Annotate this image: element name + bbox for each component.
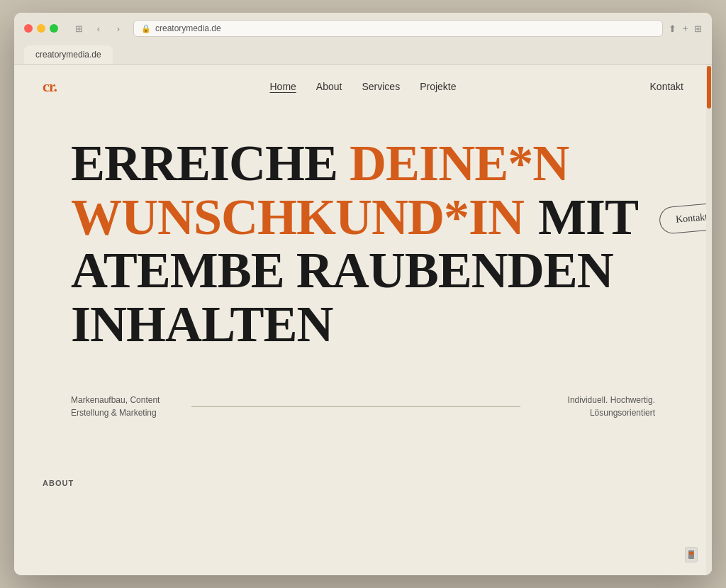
info-left-line2: Erstellung & Marketing bbox=[71, 406, 170, 419]
browser-tab[interactable]: creatorymedia.de bbox=[24, 45, 113, 64]
nav-kontakt[interactable]: Kontakt bbox=[650, 81, 683, 92]
share-icon[interactable]: ⬆ bbox=[669, 23, 676, 34]
hero-line-1: ERREICHE DEINE*N bbox=[71, 137, 655, 191]
scroll-indicator-inner bbox=[688, 550, 694, 559]
nav-link-services[interactable]: Services bbox=[362, 81, 400, 92]
scroll-indicator bbox=[685, 547, 698, 562]
info-right-line2: Lösungsorientiert bbox=[542, 406, 655, 419]
hero-line1-dark: ERREICHE bbox=[71, 135, 350, 192]
info-right: Individuell. Hochwertig. Lösungsorientie… bbox=[542, 394, 655, 419]
info-left-line1: Markenaufbau, Content bbox=[71, 394, 170, 406]
hero-line1-orange: DEINE*N bbox=[350, 135, 569, 192]
traffic-light-yellow[interactable] bbox=[37, 24, 45, 33]
nav-links: Home About Services Projekte bbox=[270, 81, 457, 92]
hero-line-3: ATEMBE RAUBENDEN INHALTEN bbox=[71, 244, 655, 351]
nav-link-projekte[interactable]: Projekte bbox=[420, 81, 456, 92]
hero-line-2: WUNSCHKUND*IN MIT Kontaktiere uns bbox=[71, 191, 655, 245]
new-tab-icon[interactable]: ＋ bbox=[681, 22, 690, 35]
nav-right: Kontakt bbox=[650, 80, 683, 93]
hero-section: ERREICHE DEINE*N WUNSCHKUND*IN MIT Konta… bbox=[14, 109, 712, 372]
grid-icon[interactable]: ⊞ bbox=[694, 23, 702, 34]
info-left: Markenaufbau, Content Erstellung & Marke… bbox=[71, 394, 170, 419]
site-logo[interactable]: cr. bbox=[43, 77, 57, 96]
kontaktiere-uns-button[interactable]: Kontaktiere uns bbox=[659, 200, 712, 235]
browser-forward[interactable]: › bbox=[111, 21, 126, 36]
hero-line2-orange: WUNSCHKUND*IN bbox=[71, 191, 524, 245]
nav-link-home[interactable]: Home bbox=[270, 81, 296, 92]
nav-link-about[interactable]: About bbox=[316, 81, 342, 92]
url-text: creatorymedia.de bbox=[155, 23, 221, 33]
hero-line3-text: ATEMBE RAUBENDEN INHALTEN bbox=[71, 242, 613, 353]
info-right-line1: Individuell. Hochwertig. bbox=[542, 394, 655, 406]
site-navigation: cr. Home About Services Projekte Kontakt bbox=[14, 65, 712, 109]
browser-sidebar-toggle[interactable]: ⊞ bbox=[71, 21, 86, 36]
browser-back[interactable]: ‹ bbox=[91, 21, 106, 36]
lock-icon: 🔒 bbox=[141, 24, 151, 33]
info-divider bbox=[191, 406, 520, 407]
scrollbar-thumb[interactable] bbox=[707, 66, 711, 109]
tab-label: creatorymedia.de bbox=[35, 50, 101, 60]
hero-line2-dark: MIT bbox=[538, 191, 638, 245]
traffic-light-green[interactable] bbox=[50, 24, 58, 33]
traffic-light-red[interactable] bbox=[24, 24, 33, 33]
info-bar: Markenaufbau, Content Erstellung & Marke… bbox=[14, 379, 712, 433]
scrollbar-track bbox=[706, 65, 712, 575]
hero-headline: ERREICHE DEINE*N WUNSCHKUND*IN MIT Konta… bbox=[71, 137, 655, 351]
footer-about: ABOUT bbox=[43, 479, 74, 487]
address-bar[interactable]: 🔒 creatorymedia.de bbox=[133, 20, 663, 37]
site-footer: ABOUT bbox=[14, 462, 712, 503]
